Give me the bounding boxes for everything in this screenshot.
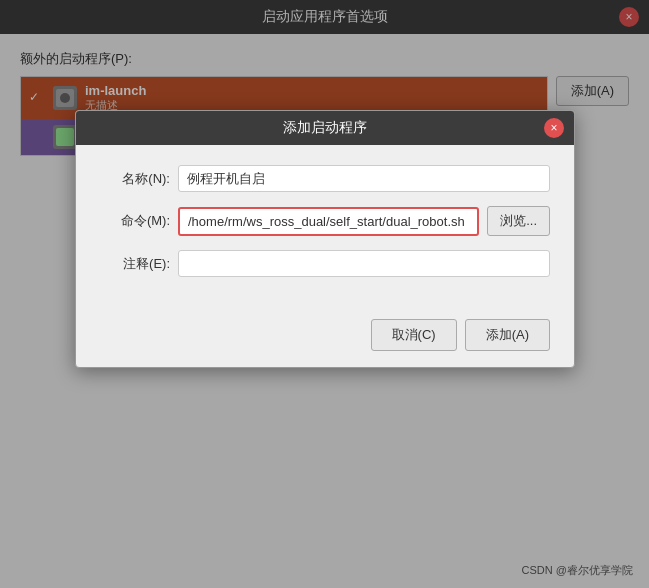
dialog-footer: 取消(C) 添加(A) <box>76 307 574 367</box>
dialog-body: 名称(N): 命令(M): 浏览... 注释(E): <box>76 145 574 307</box>
comment-label: 注释(E): <box>100 255 170 273</box>
dialog-close-button[interactable]: × <box>544 118 564 138</box>
comment-input[interactable] <box>178 250 550 277</box>
command-row: 命令(M): 浏览... <box>100 206 550 236</box>
add-button[interactable]: 添加(A) <box>465 319 550 351</box>
name-label: 名称(N): <box>100 170 170 188</box>
cancel-button[interactable]: 取消(C) <box>371 319 457 351</box>
command-input[interactable] <box>178 207 479 236</box>
name-row: 名称(N): <box>100 165 550 192</box>
add-startup-dialog: 添加启动程序 × 名称(N): 命令(M): 浏览... 注释(E): 取消(C… <box>75 110 575 368</box>
comment-row: 注释(E): <box>100 250 550 277</box>
browse-button[interactable]: 浏览... <box>487 206 550 236</box>
dialog-titlebar: 添加启动程序 × <box>76 111 574 145</box>
dialog-title: 添加启动程序 <box>283 119 367 135</box>
command-label: 命令(M): <box>100 212 170 230</box>
name-input[interactable] <box>178 165 550 192</box>
